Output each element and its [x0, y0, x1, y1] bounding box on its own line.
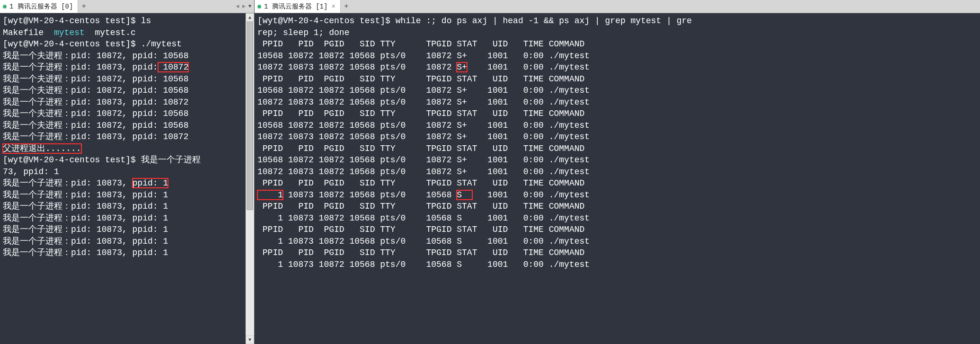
- scroll-up-icon[interactable]: ▲: [246, 13, 254, 22]
- status-dot-icon: [257, 5, 261, 9]
- tab-nav-arrows: ◄ ► ▼: [236, 3, 254, 10]
- status-dot-icon: [3, 5, 7, 9]
- tab-add-button[interactable]: +: [341, 0, 352, 13]
- terminal-left[interactable]: [wyt@VM-20-4-centos test]$ ls Makefile m…: [0, 13, 254, 344]
- close-icon[interactable]: ×: [331, 3, 335, 10]
- tab-right-0[interactable]: 1 腾讯云服务器 [1] ×: [255, 0, 341, 13]
- scroll-track[interactable]: [246, 22, 254, 335]
- scroll-down-icon[interactable]: ▼: [246, 335, 254, 344]
- tab-add-button[interactable]: +: [78, 0, 89, 13]
- terminal-right[interactable]: [wyt@VM-20-4-centos test]$ while :; do p…: [255, 13, 980, 344]
- tab-next-icon[interactable]: ►: [242, 3, 246, 10]
- tab-label: 1 腾讯云服务器 [1]: [264, 2, 327, 11]
- terminal-pane-right: 1 腾讯云服务器 [1] × + [wyt@VM-20-4-centos tes…: [255, 0, 980, 344]
- tab-prev-icon[interactable]: ◄: [236, 3, 239, 10]
- tab-left-0[interactable]: 1 腾讯云服务器 [0]: [0, 0, 78, 13]
- terminal-pane-left: 1 腾讯云服务器 [0] + ◄ ► ▼ [wyt@VM-20-4-centos…: [0, 0, 255, 344]
- scroll-thumb[interactable]: [247, 22, 253, 210]
- tab-label: 1 腾讯云服务器 [0]: [9, 2, 73, 11]
- tab-dropdown-icon[interactable]: ▼: [248, 4, 251, 9]
- scrollbar-left[interactable]: ▲ ▼: [246, 13, 254, 344]
- tabbar-right: 1 腾讯云服务器 [1] × +: [255, 0, 980, 13]
- tabbar-left: 1 腾讯云服务器 [0] + ◄ ► ▼: [0, 0, 254, 13]
